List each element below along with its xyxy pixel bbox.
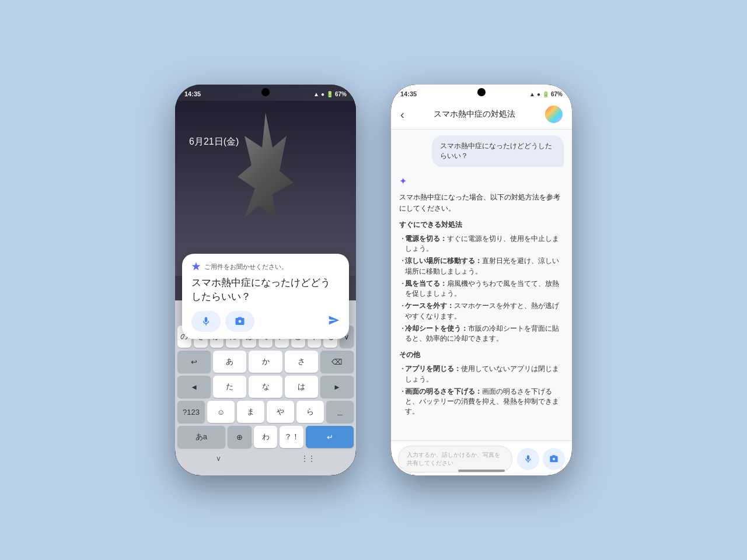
phone1-screen: 14:35 ▲ ● 🔋 67% 6月21日(金) ご用件をお聞かせください。 <box>175 85 356 475</box>
key-space[interactable]: ＿ <box>326 401 354 423</box>
date-display: 6月21日(金) <box>189 136 239 148</box>
chat-title: スマホ熱中症の対処法 <box>434 109 515 120</box>
phone1-status-bar: 14:35 ▲ ● 🔋 67% <box>175 85 356 101</box>
phone2-screen: 14:35 ▲ ● 🔋 67% ‹ スマホ熱中症の対処法 <box>391 85 572 475</box>
phone1-wallpaper: 6月21日(金) <box>175 101 356 276</box>
camera-button[interactable] <box>225 311 254 332</box>
keyboard-row3: ◄ た な は ► <box>176 376 355 398</box>
phone1-status-icons: ▲ ● 🔋 67% <box>313 91 347 97</box>
wifi-icon: ● <box>321 91 324 97</box>
list-item-2: 涼しい場所に移動する：直射日光を避け、涼しい場所に移動しましょう。 <box>399 255 564 278</box>
battery-icon-2: 🔋 <box>542 91 549 97</box>
key-ta[interactable]: た <box>213 376 246 398</box>
gemini-star-icon <box>191 262 201 271</box>
battery-icon: 🔋 <box>326 91 333 97</box>
list-item-5: 冷却シートを使う：市販の冷却シートを背面に貼ると、効率的に冷却できます。 <box>399 323 564 345</box>
user-message-bubble: スマホ熱中症になったけどどうしたらいい？ <box>432 135 564 167</box>
wifi-icon-2: ● <box>537 91 540 97</box>
key-backspace[interactable]: ⌫ <box>320 351 354 373</box>
assistant-input-text[interactable]: スマホ熱中症になったけどどうしたらいい？ <box>191 276 340 304</box>
key-aa[interactable]: あa <box>177 426 225 448</box>
key-sa[interactable]: さ <box>285 351 318 373</box>
microphone-button[interactable] <box>191 311 221 332</box>
chat-header: ‹ スマホ熱中症の対処法 <box>391 101 572 130</box>
phone2-status-icons: ▲ ● 🔋 67% <box>529 91 563 97</box>
key-globe[interactable]: ⊕ <box>228 426 252 448</box>
voice-input-button[interactable] <box>517 448 539 470</box>
key-na[interactable]: な <box>249 376 282 398</box>
phone2-time: 14:35 <box>400 90 417 97</box>
phone2-battery: 67% <box>551 91 563 97</box>
assistant-header: ご用件をお聞かせください。 <box>191 262 340 271</box>
input-placeholder: 入力するか、話しかけるか、写真を 共有してください <box>407 451 504 467</box>
key-ma[interactable]: ま <box>237 401 264 423</box>
signal-icon-2: ▲ <box>529 91 535 97</box>
camera-input-button[interactable] <box>543 448 565 470</box>
keyboard-bottom-row: あa ⊕ わ ？！ ↵ <box>176 426 355 448</box>
section1-list: 電源を切る：すぐに電源を切り、使用を中止しましょう。 涼しい場所に移動する：直射… <box>399 233 564 345</box>
phone2-bottom-bar <box>458 470 505 472</box>
send-button[interactable] <box>328 314 340 328</box>
phones-container: 14:35 ▲ ● 🔋 67% 6月21日(金) ご用件をお聞かせください。 <box>152 61 595 499</box>
keyboard-row4: ?123 ☺ ま や ら ＿ <box>176 401 355 423</box>
phone2-status-bar: 14:35 ▲ ● 🔋 67% <box>391 85 572 101</box>
key-ka[interactable]: か <box>249 351 282 373</box>
chat-disclaimer: Gemini は不正確な情報（人物に関する情報など）を表示することがあるため、生… <box>398 473 565 475</box>
key-enter[interactable]: ↵ <box>306 426 354 448</box>
key-punct[interactable]: ？！ <box>280 426 303 448</box>
phone2-camera <box>477 88 486 96</box>
list-item-6: アプリを閉じる：使用していないアプリは閉じましょう。 <box>399 363 564 386</box>
phone1-time: 14:35 <box>184 90 201 97</box>
list-item-7: 画面の明るさを下げる：画面の明るさを下げると、バッテリーの消費を抑え、発熱を抑制… <box>399 386 564 418</box>
phone-1: 14:35 ▲ ● 🔋 67% 6月21日(金) ご用件をお聞かせください。 <box>175 85 356 475</box>
chat-input-icons <box>517 448 565 470</box>
key-right[interactable]: ► <box>320 376 354 398</box>
assistant-buttons <box>191 311 254 332</box>
chat-scroll-area[interactable]: スマホ熱中症になったけどどうしたらいい？ ✦ スマホ熱中症になった場合、以下の対… <box>391 130 572 440</box>
back-button[interactable]: ‹ <box>400 108 404 121</box>
nav-down[interactable]: ∨ <box>204 453 233 464</box>
gemini-icon: ✦ <box>399 174 564 189</box>
chat-content: スマホ熱中症になったけどどうしたらいい？ ✦ スマホ熱中症になった場合、以下の対… <box>391 130 572 475</box>
section1-title: すぐにできる対処法 <box>399 219 564 230</box>
user-message-text: スマホ熱中症になったけどどうしたらいい？ <box>440 142 552 160</box>
keyboard-nav: ∨ ⋮⋮ <box>176 451 355 464</box>
list-item-1: 電源を切る：すぐに電源を切り、使用を中止しましょう。 <box>399 233 564 256</box>
assistant-dialog: ご用件をお聞かせください。 スマホ熱中症になったけどどうしたらいい？ <box>182 254 349 339</box>
key-hana[interactable]: は <box>285 376 318 398</box>
section2-title: その他 <box>399 349 564 360</box>
key-undo[interactable]: ↩ <box>177 351 211 373</box>
nav-grid[interactable]: ⋮⋮ <box>289 453 327 464</box>
keyboard-row2: ↩ あ か さ ⌫ <box>176 351 355 373</box>
phone-2: 14:35 ▲ ● 🔋 67% ‹ スマホ熱中症の対処法 <box>391 85 572 475</box>
chat-input-box[interactable]: 入力するか、話しかけるか、写真を 共有してください <box>398 446 512 473</box>
section2-list: アプリを閉じる：使用していないアプリは閉じましょう。 画面の明るさを下げる：画面… <box>399 363 564 418</box>
key-wa[interactable]: わ <box>254 426 278 448</box>
phone1-battery: 67% <box>335 91 347 97</box>
list-item-4: ケースを外す：スマホケースを外すと、熱が逃げやすくなります。 <box>399 300 564 323</box>
list-item-3: 風を当てる：扇風機やうちわで風を当てて、放熱を促しましょう。 <box>399 278 564 300</box>
key-123[interactable]: ?123 <box>177 401 205 423</box>
gemini-intro: スマホ熱中症になった場合、以下の対処方法を参考にしてください。 <box>399 192 564 214</box>
key-ra[interactable]: ら <box>296 401 324 423</box>
gemini-response: ✦ スマホ熱中症になった場合、以下の対処方法を参考にしてください。 すぐにできる… <box>399 174 564 418</box>
chat-input-row: 入力するか、話しかけるか、写真を 共有してください <box>398 446 565 473</box>
key-emoji[interactable]: ☺ <box>207 401 235 423</box>
assistant-actions <box>191 311 340 332</box>
user-avatar[interactable] <box>545 106 563 123</box>
key-left[interactable]: ◄ <box>177 376 211 398</box>
phone1-camera <box>261 88 270 96</box>
signal-icon: ▲ <box>313 91 319 97</box>
assistant-prompt: ご用件をお聞かせください。 <box>204 262 288 271</box>
wallpaper-shape <box>231 113 301 229</box>
key-ya2[interactable]: や <box>267 401 294 423</box>
key-a[interactable]: あ <box>213 351 246 373</box>
